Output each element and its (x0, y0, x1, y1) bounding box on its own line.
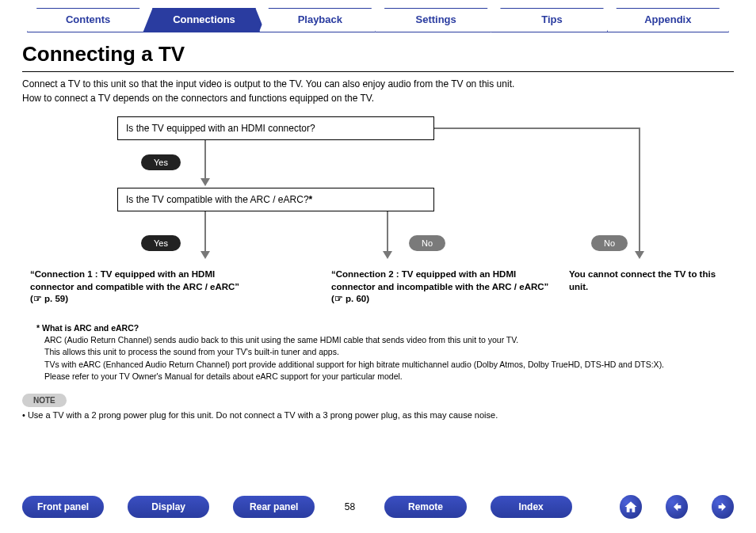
tab-playback[interactable]: Playback (259, 8, 381, 32)
question-box-2: Is the TV compatible with the ARC / eARC… (117, 188, 434, 211)
arrow (387, 211, 388, 254)
note-badge: NOTE (22, 394, 67, 407)
footnote-block: * What is ARC and eARC? ARC (Audio Retur… (36, 322, 734, 383)
arrow (434, 128, 640, 129)
result-connection-1[interactable]: “Connection 1 : TV equipped with an HDMI… (30, 268, 244, 306)
tab-connections[interactable]: Connections (143, 8, 265, 32)
page-number: 58 (338, 501, 361, 512)
nav-display[interactable]: Display (128, 496, 209, 518)
footnote-line: Please refer to your TV Owner's Manual f… (44, 371, 734, 383)
footnote-star: * (36, 323, 40, 333)
footnote-heading: What is ARC and eARC? (42, 323, 139, 333)
nav-remote[interactable]: Remote (384, 496, 466, 518)
home-icon (624, 500, 638, 514)
footnote-line: TVs with eARC (Enhanced Audio Return Cha… (44, 359, 734, 371)
note-bullet: • Use a TV with a 2 prong power plug for… (22, 410, 734, 420)
title-rule (22, 71, 734, 72)
home-button[interactable] (620, 495, 642, 519)
arrowhead-icon (383, 251, 392, 259)
question-2-star: * (309, 194, 313, 205)
nav-rear-panel[interactable]: Rear panel (233, 496, 315, 518)
arrowhead-icon (635, 251, 644, 259)
yes-pill-2: Yes (141, 235, 181, 251)
next-page-button[interactable] (712, 495, 734, 519)
arrow (204, 211, 206, 254)
footnote-line: ARC (Audio Return Channel) sends audio b… (44, 334, 734, 346)
tab-appendix[interactable]: Appendix (607, 8, 729, 32)
top-tabs: Contents Connections Playback Settings T… (22, 0, 734, 32)
no-pill-2: No (409, 235, 445, 251)
tab-tips[interactable]: Tips (491, 8, 613, 32)
question-2-text: Is the TV compatible with the ARC / eARC… (126, 194, 309, 205)
arrow-right-icon (716, 501, 729, 513)
question-box-1: Is the TV equipped with an HDMI connecto… (117, 116, 434, 140)
yes-pill-1: Yes (141, 154, 181, 170)
arrow (204, 140, 206, 181)
nav-index[interactable]: Index (491, 496, 572, 518)
tab-contents[interactable]: Contents (27, 8, 149, 32)
result-cannot-connect: You cannot connect the TV to this unit. (569, 268, 727, 293)
footnote-line: This allows this unit to process the sou… (44, 346, 734, 358)
result-connection-2[interactable]: “Connection 2 : TV equipped with an HDMI… (331, 268, 553, 306)
intro-line-1: Connect a TV to this unit so that the in… (22, 77, 734, 91)
intro-text: Connect a TV to this unit so that the in… (22, 77, 734, 105)
arrow (639, 128, 640, 254)
arrow-left-icon (670, 501, 683, 513)
bottom-nav: Front panel Display Rear panel 58 Remote… (22, 495, 734, 519)
flowchart: Is the TV equipped with an HDMI connecto… (22, 116, 734, 322)
nav-front-panel[interactable]: Front panel (22, 496, 104, 518)
page-title: Connecting a TV (22, 42, 734, 67)
arrowhead-icon (200, 251, 210, 259)
prev-page-button[interactable] (666, 495, 688, 519)
arrowhead-icon (200, 178, 210, 186)
intro-line-2: How to connect a TV depends on the conne… (22, 91, 734, 105)
no-pill-1: No (591, 235, 628, 251)
tab-settings[interactable]: Settings (375, 8, 497, 32)
